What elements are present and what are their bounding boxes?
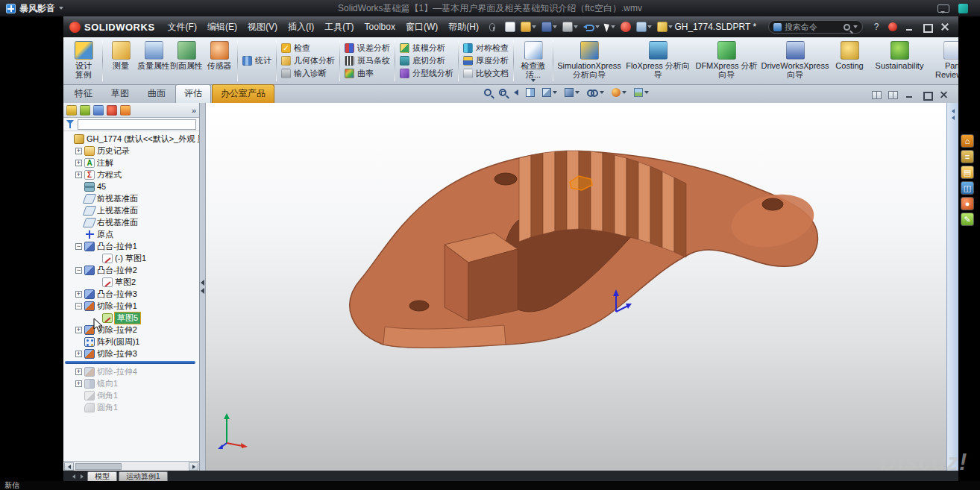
tree-item[interactable]: − 凸台-拉伸2 [63, 264, 199, 276]
custom-properties-icon[interactable]: ✎ [961, 213, 974, 226]
skin-icon[interactable] [958, 4, 968, 13]
study-tab[interactable]: 模型 [87, 471, 117, 481]
save-button[interactable] [540, 21, 559, 33]
open-button[interactable] [519, 21, 538, 33]
command-search[interactable]: 搜索命令 [768, 20, 863, 34]
menu-item[interactable]: 文件(F) [163, 16, 202, 37]
ribbon-button[interactable]: Part Reviewer [929, 39, 958, 83]
zoom-fit-button[interactable] [483, 88, 493, 97]
appearances-icon[interactable]: ● [961, 197, 974, 210]
tab-scroll-left-icon[interactable] [71, 473, 78, 481]
tree-item[interactable]: + 凸台-拉伸3 [63, 288, 199, 300]
home-icon[interactable]: ⌂ [961, 134, 974, 148]
ribbon-small-button[interactable]: 误差分析 [345, 43, 390, 54]
file-explorer-icon[interactable]: ▤ [961, 166, 974, 179]
tree-item[interactable]: + 方程式 [63, 169, 199, 180]
help-icon[interactable] [870, 21, 882, 33]
menu-item[interactable]: 视图(V) [242, 16, 283, 37]
hide-show-items-button[interactable] [585, 89, 606, 97]
view-palette-icon[interactable]: ◫ [961, 181, 974, 195]
section-view-button[interactable] [524, 87, 536, 98]
message-icon[interactable] [937, 4, 949, 13]
tree-item[interactable]: 倒角1 [63, 389, 199, 401]
ribbon-button[interactable]: 传感器 [203, 39, 236, 83]
tree-item[interactable]: 草图2 [63, 276, 199, 288]
previous-view-button[interactable] [512, 89, 520, 96]
ribbon-small-button[interactable]: 拔模分析 [400, 43, 453, 54]
tree-item[interactable]: + 历史记录 [63, 145, 199, 157]
menu-item[interactable]: 工具(T) [319, 16, 359, 37]
panel-splitter[interactable] [200, 103, 206, 471]
print-button[interactable] [561, 21, 579, 33]
study-tab[interactable]: 运动算例1 [119, 471, 168, 481]
tree-expander-icon[interactable]: + [75, 368, 82, 375]
pin-icon[interactable] [489, 23, 496, 31]
taskpane-splitter[interactable] [946, 103, 958, 471]
zoom-area-button[interactable] [497, 88, 508, 97]
tree-item[interactable]: 草图5 [63, 312, 199, 324]
command-tab[interactable]: 评估 [175, 84, 211, 103]
menu-item[interactable]: Toolbox [359, 16, 401, 37]
xpress-wizard-button[interactable]: DriveWorksXpress 向导 [761, 39, 829, 83]
tree-expander-icon[interactable]: + [75, 351, 82, 357]
chevron-down-icon[interactable] [853, 25, 858, 28]
tree-scrollbar[interactable] [63, 461, 199, 471]
chevron-double-right-icon[interactable] [192, 105, 196, 116]
tree-item[interactable]: 上视基准面 [63, 204, 199, 216]
ribbon-button[interactable]: 测量 [104, 39, 137, 83]
displaymanager-tab-icon[interactable] [120, 105, 131, 116]
tree-expander-icon[interactable]: + [75, 291, 82, 298]
xpress-wizard-button[interactable]: SimulationXpress 分析向导 [555, 39, 624, 83]
command-tab[interactable]: 办公室产品 [212, 84, 274, 103]
xpress-wizard-button[interactable]: FloXpress 分析向导 [624, 39, 692, 83]
viewport-split2-icon[interactable] [888, 91, 898, 99]
appearance-button[interactable] [656, 21, 674, 33]
view-orientation-button[interactable] [541, 87, 559, 98]
configurationmanager-tab-icon[interactable] [93, 105, 104, 116]
design-library-icon[interactable]: ≡ [961, 150, 974, 163]
statistics-button[interactable]: 统计 [242, 55, 271, 66]
ribbon-small-button[interactable]: 曲率 [345, 68, 390, 79]
filter-icon[interactable] [66, 120, 75, 128]
player-logo[interactable]: 暴风影音 [0, 2, 69, 15]
tree-item[interactable]: 前视基准面 [63, 192, 199, 204]
tree-expander-icon[interactable]: − [75, 243, 82, 250]
tree-item[interactable]: 原点 [63, 228, 199, 240]
tab-scroll-right-icon[interactable] [79, 473, 86, 481]
rollback-bar[interactable] [65, 361, 195, 364]
ribbon-small-button[interactable]: 底切分析 [400, 55, 453, 66]
tree-item[interactable]: + 切除-拉伸4 [63, 365, 199, 377]
apply-scene-button[interactable] [632, 87, 650, 98]
graphics-viewport[interactable] [206, 103, 946, 471]
tree-expander-icon[interactable]: + [75, 380, 82, 387]
doc-restore-icon[interactable] [922, 90, 932, 99]
search-icon[interactable] [844, 24, 850, 31]
ribbon-small-button[interactable]: 对称检查 [463, 43, 509, 54]
featuremanager-tab-icon[interactable] [66, 105, 77, 116]
rebuild-button[interactable] [619, 21, 632, 33]
tree-item[interactable]: − 凸台-拉伸1 [63, 240, 199, 252]
undo-button[interactable] [582, 22, 601, 32]
tree-item[interactable]: − 切除-拉伸1 [63, 300, 199, 312]
dimxpertmanager-tab-icon[interactable] [107, 105, 117, 116]
ribbon-small-button[interactable]: 分型线分析 [400, 68, 453, 79]
xpress-wizard-button[interactable]: DFMXpress 分析向导 [692, 39, 761, 83]
tree-filter-input[interactable] [78, 119, 196, 130]
scroll-left-icon[interactable] [64, 462, 74, 471]
command-tab[interactable]: 曲面 [139, 84, 175, 103]
ribbon-button[interactable]: 剖面属性 [170, 39, 203, 83]
scroll-right-icon[interactable] [189, 462, 198, 471]
tree-item[interactable]: 圆角1 [63, 401, 199, 413]
ribbon-small-button[interactable]: 几何体分析 [281, 55, 335, 66]
scrollbar-thumb[interactable] [75, 463, 122, 470]
propertymanager-tab-icon[interactable] [80, 105, 90, 116]
menu-item[interactable]: 帮助(H) [443, 16, 484, 37]
menu-item[interactable]: 编辑(E) [202, 16, 242, 37]
ribbon-small-button[interactable]: 斑马条纹 [345, 55, 390, 66]
minimize-icon[interactable] [903, 21, 915, 33]
tree-expander-icon[interactable]: + [75, 172, 82, 178]
tree-item[interactable]: GH_1774 (默认<<默认>_外观 显 [63, 133, 199, 145]
new-document-button[interactable] [503, 21, 517, 33]
grid-button[interactable] [635, 21, 653, 33]
menu-item[interactable]: 窗口(W) [401, 16, 443, 37]
